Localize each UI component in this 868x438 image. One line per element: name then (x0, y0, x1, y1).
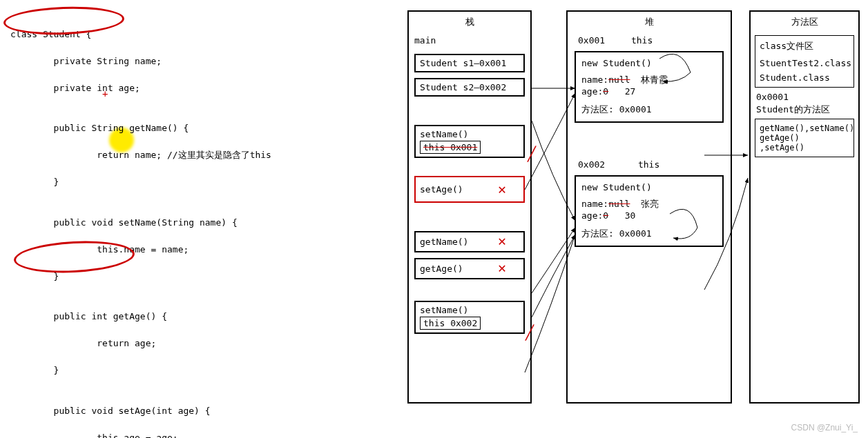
student-class: Student.class (760, 72, 849, 83)
red-x-icon: ╱ (528, 146, 536, 162)
heap-name1: name:null 林青霞 (581, 74, 717, 86)
methods-box: getName(),setName() getAge() ,setAge() (755, 119, 854, 157)
heap-age2: age:0 30 (581, 210, 717, 221)
code-line: public void setName(String name) { (10, 216, 397, 230)
heap-name2: name:null 张亮 (581, 198, 717, 210)
code-line: } (10, 175, 397, 189)
stack-setage1-label: setAge() (420, 184, 463, 195)
red-plus-annotation: + (102, 88, 108, 99)
stack-getname1-label: getName() (420, 237, 468, 247)
student-method-area: Student的方法区 (751, 103, 858, 116)
stack-getage1-label: getAge() (420, 263, 463, 274)
heap-addr1: 0x001 (578, 35, 605, 46)
red-x-icon: ✕ (498, 181, 506, 197)
stack-setname2-box: setName() this 0x002 ╱ (414, 301, 525, 334)
test2-class: StuentTest2.class (760, 58, 849, 68)
heap-this1: this (631, 35, 653, 46)
code-line: this.age = age; (10, 431, 397, 439)
heap-header: 堆 (568, 12, 731, 32)
watermark: CSDN @Znui_Yi_ (791, 423, 858, 432)
stack-s2-box: Student s2—0x002 (414, 78, 525, 97)
heap-addr2: 0x002 (578, 159, 605, 170)
code-line: return name; //这里其实是隐含了this (10, 148, 397, 162)
stack-getage1-box: getAge() ✕ (414, 258, 525, 279)
method-area-header: 方法区 (751, 12, 858, 32)
stack-s1-box: Student s1—0x001 (414, 54, 525, 72)
stack-header: 栈 (409, 12, 530, 32)
red-x-icon: ✕ (498, 259, 506, 276)
stack-setname1-box: setName() this 0x001 ╱ (414, 125, 525, 158)
heap-age1: age:0 27 (581, 86, 717, 97)
heap-method1: 方法区: 0x0001 (581, 103, 717, 116)
heap-new2: new Student() (581, 182, 717, 192)
code-block: class Student { private String name; pri… (10, 14, 397, 438)
class-file-box: class文件区 StuentTest2.class Student.class (755, 35, 854, 88)
stack-setage1-box: setAge() ✕ (414, 176, 525, 203)
code-line: private int age; (10, 81, 397, 95)
stack-main-label: main (409, 32, 530, 48)
heap-obj2-box: new Student() name:null 张亮 age:0 30 方法区:… (575, 175, 724, 247)
code-line: public void setAge(int age) { (10, 404, 397, 418)
method-area-column: 方法区 class文件区 StuentTest2.class Student.c… (749, 10, 860, 404)
stack-column: 栈 main Student s1—0x001 Student s2—0x002… (407, 10, 532, 404)
code-line: public String getName() { (10, 121, 397, 135)
heap-column: 堆 0x001 this new Student() name:null 林青霞… (566, 10, 732, 404)
heap-obj1-box: new Student() name:null 林青霞 age:0 27 方法区… (575, 51, 724, 123)
stack-setname1-label: setName() (420, 129, 519, 139)
red-x-icon: ╱ (525, 324, 534, 341)
methods1: getName(),setName() (760, 123, 849, 133)
class-file-label: class文件区 (760, 40, 849, 52)
heap-new1: new Student() (581, 58, 717, 68)
stack-setname2-this: this 0x002 (420, 317, 481, 330)
methods2: getAge() ,setAge() (760, 133, 849, 152)
code-line: } (10, 364, 397, 377)
heap-method2: 方法区: 0x0001 (581, 228, 717, 240)
code-line: public int getAge() { (10, 310, 397, 323)
method-area-addr: 0x0001 (751, 90, 858, 103)
code-line: return age; (10, 337, 397, 350)
heap-this2: this (638, 159, 659, 170)
stack-getname1-box: getName() ✕ (414, 231, 525, 252)
stack-setname1-this: this 0x001 (420, 141, 481, 154)
stack-setname2-label: setName() (420, 305, 519, 315)
stack-s1: Student s1—0x001 (420, 58, 506, 68)
stack-s2: Student s2—0x002 (420, 82, 506, 92)
red-x-icon: ✕ (498, 232, 506, 249)
code-line: private String name; (10, 54, 397, 68)
